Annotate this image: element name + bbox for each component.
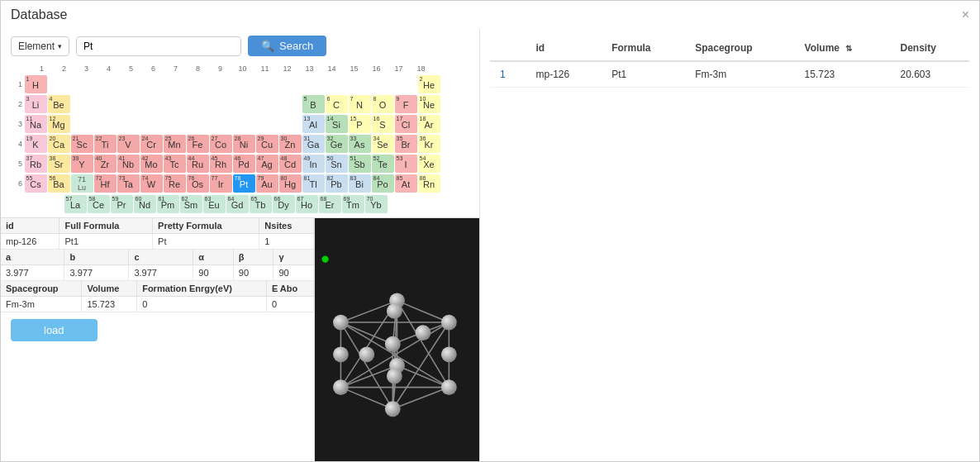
- element-Gd[interactable]: 64Gd: [226, 195, 249, 213]
- element-P[interactable]: 15P: [349, 115, 371, 133]
- element-Cl[interactable]: 17Cl: [395, 115, 417, 133]
- element-Mn[interactable]: 25Mn: [164, 135, 186, 153]
- element-Nd[interactable]: 60Nd: [134, 195, 156, 213]
- element-Sn[interactable]: 50Sn: [326, 155, 348, 173]
- element-Bi[interactable]: 83Bi: [349, 174, 371, 193]
- element-Mg[interactable]: 12Mg: [48, 115, 70, 133]
- close-icon[interactable]: ×: [962, 7, 969, 22]
- element-Hg[interactable]: 80Hg: [279, 174, 302, 193]
- element-At[interactable]: 85At: [395, 174, 417, 193]
- element-Co[interactable]: 27Co: [210, 135, 232, 153]
- cell-row-index: 1: [490, 61, 526, 88]
- element-La[interactable]: 57La: [64, 195, 87, 213]
- element-Tc[interactable]: 43Tc: [164, 155, 186, 173]
- element-Si[interactable]: 14Si: [326, 115, 348, 133]
- element-F[interactable]: 9F: [395, 95, 417, 113]
- element-H[interactable]: 1H: [25, 75, 47, 93]
- col-result-volume[interactable]: Volume ⇅: [795, 36, 891, 61]
- element-W[interactable]: 74W: [140, 174, 163, 193]
- element-Nb[interactable]: 41Nb: [117, 155, 140, 173]
- element-Cd[interactable]: 48Cd: [279, 155, 302, 173]
- load-button[interactable]: load: [11, 319, 98, 341]
- element-K[interactable]: 19K: [25, 135, 47, 153]
- element-B[interactable]: 5B: [302, 95, 325, 113]
- element-Hf[interactable]: 72Hf: [94, 174, 117, 193]
- element-Te[interactable]: 52Te: [372, 155, 394, 173]
- element-Sb[interactable]: 51Sb: [349, 155, 371, 173]
- element-Po[interactable]: 84Po: [372, 174, 394, 193]
- element-Ne[interactable]: 10Ne: [418, 95, 440, 113]
- element-Os[interactable]: 76Os: [187, 174, 209, 193]
- element-dropdown[interactable]: Element ▾: [11, 36, 69, 56]
- element-Cr[interactable]: 24Cr: [140, 135, 163, 153]
- element-Eu[interactable]: 63Eu: [203, 195, 226, 213]
- element-Kr[interactable]: 36Kr: [418, 135, 440, 153]
- search-button[interactable]: 🔍 Search: [248, 36, 326, 56]
- table-row[interactable]: mp-126 Pt1 Pt 1: [1, 234, 314, 250]
- element-Sm[interactable]: 62Sm: [180, 195, 202, 213]
- element-Rh[interactable]: 45Rh: [210, 155, 232, 173]
- element-Xe[interactable]: 54Xe: [418, 155, 440, 173]
- element-Cs[interactable]: 55Cs: [25, 174, 47, 193]
- element-Mo[interactable]: 42Mo: [140, 155, 163, 173]
- element-Sr[interactable]: 38Sr: [48, 155, 70, 173]
- element-As[interactable]: 33As: [349, 135, 371, 153]
- result-row-1[interactable]: 1 mp-126 Pt1 Fm-3m 15.723 20.603: [490, 61, 969, 88]
- element-Be[interactable]: 4Be: [48, 95, 70, 113]
- element-Re[interactable]: 75Re: [164, 174, 186, 193]
- element-Ca[interactable]: 20Ca: [48, 135, 70, 153]
- element-Rn[interactable]: 86Rn: [418, 174, 440, 193]
- cell-a: 3.977: [1, 265, 64, 281]
- element-Yb[interactable]: 70Yb: [365, 195, 388, 213]
- element-Br[interactable]: 35Br: [395, 135, 417, 153]
- element-Ge[interactable]: 32Ge: [326, 135, 348, 153]
- element-Fe[interactable]: 26Fe: [187, 135, 209, 153]
- element-S[interactable]: 16S: [372, 115, 394, 133]
- element-Ar[interactable]: 18Ar: [418, 115, 440, 133]
- element-Ni[interactable]: 28Ni: [233, 135, 255, 153]
- element-Au[interactable]: 79Au: [256, 174, 278, 193]
- element-Ru[interactable]: 44Ru: [187, 155, 209, 173]
- element-V[interactable]: 23V: [117, 135, 140, 153]
- element-Ag[interactable]: 47Ag: [256, 155, 278, 173]
- element-Ta[interactable]: 73Ta: [117, 174, 140, 193]
- element-Tm[interactable]: 69Tm: [342, 195, 364, 213]
- element-Zn[interactable]: 30Zn: [279, 135, 302, 153]
- element-Rb[interactable]: 37Rb: [25, 155, 47, 173]
- element-Er[interactable]: 68Er: [319, 195, 341, 213]
- period-5: 5 37Rb 38Sr 39Y 40Zr 41Nb 42Mo 43Tc 44Ru…: [7, 154, 473, 173]
- element-Sc[interactable]: 21Sc: [71, 135, 93, 153]
- element-Dy[interactable]: 66Dy: [273, 195, 295, 213]
- element-Pd[interactable]: 46Pd: [233, 155, 255, 173]
- element-He[interactable]: 2He: [418, 75, 440, 93]
- element-Tb[interactable]: 65Tb: [250, 195, 272, 213]
- element-Ho[interactable]: 67Ho: [296, 195, 318, 213]
- element-Ce[interactable]: 58Ce: [88, 195, 110, 213]
- element-Li[interactable]: 3Li: [25, 95, 47, 113]
- element-O[interactable]: 8O: [372, 95, 394, 113]
- svg-point-25: [333, 315, 349, 331]
- element-C[interactable]: 6C: [326, 95, 348, 113]
- element-I[interactable]: 53I: [395, 155, 417, 173]
- cell-b: 3.977: [64, 265, 129, 281]
- element-Ga[interactable]: 31Ga: [302, 135, 325, 153]
- element-Pb[interactable]: 82Pb: [326, 174, 348, 193]
- element-Ba[interactable]: 56Ba: [48, 174, 70, 193]
- element-La-placeholder[interactable]: 71Lu: [71, 174, 93, 193]
- element-Cu[interactable]: 29Cu: [256, 135, 278, 153]
- element-Se[interactable]: 34Se: [372, 135, 394, 153]
- element-Tl[interactable]: 81Tl: [302, 174, 325, 193]
- element-N[interactable]: 7N: [349, 95, 371, 113]
- element-Al[interactable]: 13Al: [302, 115, 325, 133]
- svg-line-1: [340, 388, 392, 409]
- element-Zr[interactable]: 40Zr: [94, 155, 117, 173]
- element-In[interactable]: 49In: [302, 155, 325, 173]
- element-Pr[interactable]: 59Pr: [111, 195, 133, 213]
- element-Pm[interactable]: 61Pm: [157, 195, 179, 213]
- element-Pt[interactable]: 78Pt: [233, 174, 255, 193]
- element-Ti[interactable]: 22Ti: [94, 135, 117, 153]
- element-Na[interactable]: 11Na: [25, 115, 47, 133]
- element-Y[interactable]: 39Y: [71, 155, 93, 173]
- search-input[interactable]: [76, 36, 241, 56]
- element-Ir[interactable]: 77Ir: [210, 174, 232, 193]
